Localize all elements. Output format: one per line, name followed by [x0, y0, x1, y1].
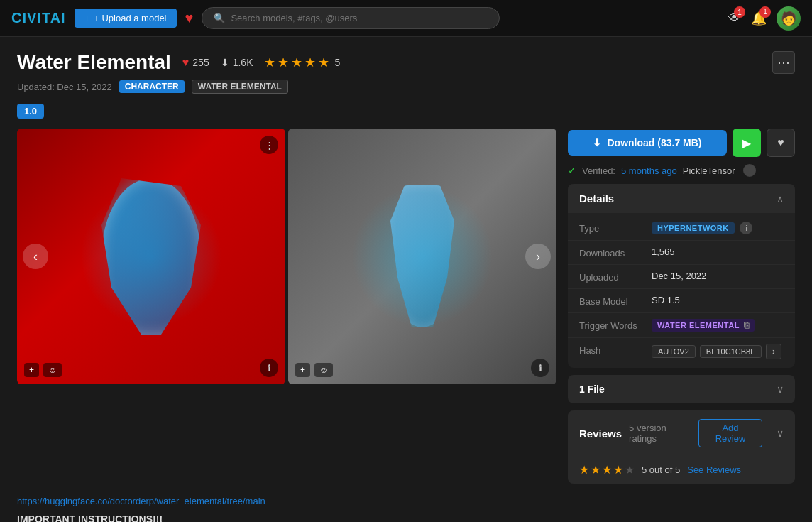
- file-count-label: 1 File: [579, 384, 605, 395]
- type-row: Type HYPERNETWORK i: [568, 216, 795, 241]
- hash-label: Hash: [579, 344, 643, 356]
- reviews-title: Reviews: [579, 428, 622, 440]
- favorite-button[interactable]: ♥: [767, 129, 795, 157]
- title-meta: ♥ 255 ⬇ 1.6K ★ ★ ★ ★ ★ 5: [182, 55, 340, 70]
- see-reviews-link[interactable]: See Reviews: [687, 464, 741, 475]
- file-header[interactable]: 1 File ∨: [568, 375, 795, 403]
- like-count[interactable]: ♥ 255: [182, 56, 209, 69]
- trigger-badge: WATER ELEMENTAL ⎘: [652, 319, 755, 332]
- star-3: ★: [291, 55, 302, 70]
- search-icon: 🔍: [214, 13, 225, 23]
- uploaded-row: Uploaded Dec 15, 2022: [568, 265, 795, 289]
- logo-text: CIVIT: [11, 10, 50, 26]
- details-title: Details: [579, 192, 614, 205]
- tag-character[interactable]: CHARACTER: [119, 80, 185, 93]
- hash-chips: AUTOV2 BE10C1CB8F ›: [652, 344, 784, 359]
- notification-button[interactable]: 🔔 1: [751, 11, 767, 26]
- download-number: 1.6K: [233, 57, 253, 68]
- favorites-icon[interactable]: ♥: [185, 10, 194, 26]
- star-5: ★: [318, 55, 329, 70]
- image-overlay-bottom-2: + ☺: [295, 363, 333, 377]
- search-input[interactable]: [231, 13, 488, 23]
- hash-value-chip: BE10C1CB8F: [700, 345, 762, 358]
- base-model-row: Base Model SD 1.5: [568, 289, 795, 313]
- trigger-row: Trigger Words WATER ELEMENTAL ⎘: [568, 313, 795, 338]
- uploaded-value: Dec 15, 2022: [652, 271, 784, 281]
- type-info-icon[interactable]: i: [740, 222, 752, 234]
- main-content: Water Elemental ♥ 255 ⬇ 1.6K ★ ★ ★ ★ ★ 5…: [0, 37, 812, 522]
- heart-icon: ♥: [182, 56, 190, 69]
- type-value: HYPERNETWORK i: [652, 222, 784, 234]
- base-model-label: Base Model: [579, 295, 643, 307]
- zoom-button-2[interactable]: +: [295, 363, 310, 377]
- review-stars: ★ ★ ★ ★ ★: [579, 463, 635, 477]
- emoji-button-2[interactable]: ☺: [314, 363, 333, 377]
- pickle-info-icon[interactable]: i: [743, 164, 756, 177]
- review-star-1: ★: [579, 463, 589, 477]
- download-icon: ⬇: [221, 57, 229, 68]
- upload-icon: +: [84, 13, 90, 23]
- image-options-button[interactable]: ⋮: [260, 136, 278, 154]
- info-button-2[interactable]: ℹ: [531, 359, 549, 377]
- image-overlay-bottom-1: + ☺: [24, 363, 62, 377]
- verified-date-link[interactable]: 5 months ago: [621, 165, 677, 176]
- content-row: ‹ ⋮ + ☺ ℹ › + ☺: [17, 129, 795, 484]
- version-badge[interactable]: 1.0: [17, 104, 44, 119]
- downloads-row: Downloads 1,565: [568, 241, 795, 265]
- hash-row: Hash AUTOV2 BE10C1CB8F ›: [568, 338, 795, 365]
- reviews-sub: 5 version ratings: [629, 423, 691, 444]
- details-header[interactable]: Details ∧: [568, 184, 795, 213]
- search-bar[interactable]: 🔍: [202, 7, 500, 29]
- huggingface-link[interactable]: https://huggingface.co/doctorderp/water_…: [17, 496, 265, 506]
- type-badge: HYPERNETWORK: [652, 222, 735, 234]
- reviews-chevron-icon: ∨: [777, 428, 784, 439]
- reviews-panel: Reviews 5 version ratings Add Review ∨ ★…: [568, 410, 795, 484]
- star-1: ★: [264, 55, 275, 70]
- description-area: https://huggingface.co/doctorderp/water_…: [17, 495, 795, 522]
- details-panel: Details ∧ Type HYPERNETWORK i Downloads …: [568, 184, 795, 368]
- navbar: CIVITAI + + Upload a model ♥ 🔍 👁 1 🔔 1 🧑: [0, 0, 812, 37]
- hash-autov2-chip: AUTOV2: [652, 345, 696, 358]
- eye-button[interactable]: 👁 1: [728, 11, 741, 26]
- verified-row: ✓ Verified: 5 months ago PickleTensor i: [568, 164, 795, 177]
- model-title: Water Elemental: [17, 51, 171, 74]
- star-2: ★: [278, 55, 289, 70]
- site-logo[interactable]: CIVITAI: [11, 10, 66, 26]
- image-overlay-right-2: ℹ: [531, 359, 549, 377]
- eye-badge: 1: [734, 6, 745, 18]
- notification-badge: 1: [759, 6, 771, 18]
- info-button-1[interactable]: ℹ: [260, 359, 278, 377]
- download-button[interactable]: ⬇ Download (83.7 MB): [568, 130, 727, 156]
- download-bar: ⬇ Download (83.7 MB) ▶ ♥: [568, 129, 795, 157]
- emoji-button-1[interactable]: ☺: [43, 363, 62, 377]
- avatar[interactable]: 🧑: [777, 6, 801, 31]
- sidebar: ⬇ Download (83.7 MB) ▶ ♥ ✓ Verified: 5 m…: [568, 129, 795, 484]
- hash-next-button[interactable]: ›: [766, 344, 781, 359]
- upload-button[interactable]: + + Upload a model: [75, 9, 177, 28]
- star-4: ★: [304, 55, 316, 70]
- downloads-value: 1,565: [652, 246, 784, 257]
- trigger-label: Trigger Words: [579, 319, 643, 331]
- star-count: 5: [334, 57, 340, 68]
- tag-water-elemental[interactable]: WATER ELEMENTAL: [192, 80, 288, 94]
- gallery: ‹ ⋮ + ☺ ℹ › + ☺: [17, 129, 556, 384]
- review-score: 5 out of 5: [642, 464, 680, 475]
- gallery-image-1: ‹ ⋮ + ☺ ℹ: [17, 129, 285, 384]
- more-button[interactable]: ⋯: [772, 51, 795, 74]
- like-number: 255: [192, 57, 209, 68]
- add-review-button[interactable]: Add Review: [698, 419, 762, 447]
- type-label: Type: [579, 222, 643, 234]
- copy-trigger-icon[interactable]: ⎘: [744, 320, 750, 330]
- gallery-next-button[interactable]: ›: [525, 244, 551, 269]
- gallery-image-2: › + ☺ ℹ: [288, 129, 556, 384]
- details-body: Type HYPERNETWORK i Downloads 1,565 Uplo…: [568, 213, 795, 368]
- heart-icon: ♥: [777, 136, 784, 149]
- reviews-header: Reviews 5 version ratings Add Review ∨: [568, 410, 795, 456]
- play-button[interactable]: ▶: [733, 129, 761, 157]
- gallery-prev-button[interactable]: ‹: [23, 244, 48, 269]
- download-label: Download (83.7 MB): [607, 137, 701, 148]
- image-menu: ⋮: [260, 136, 278, 154]
- zoom-button-1[interactable]: +: [24, 363, 39, 377]
- instructions-text: IMPORTANT INSTRUCTIONS!!!: [17, 513, 795, 522]
- star-rating: ★ ★ ★ ★ ★ 5: [264, 55, 340, 70]
